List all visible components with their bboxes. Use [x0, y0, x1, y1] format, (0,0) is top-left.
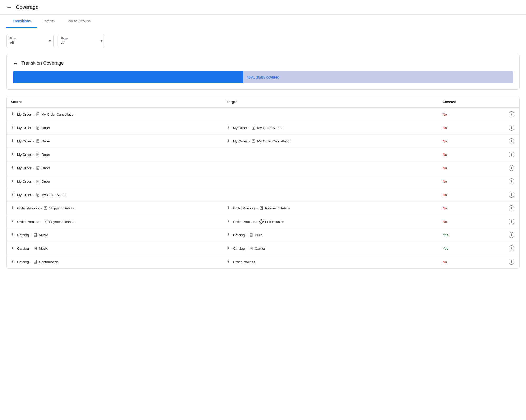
page-icon [33, 246, 37, 250]
action-cell[interactable]: i [504, 108, 519, 121]
table-container: Source Target Covered My Order - My Orde… [6, 96, 520, 269]
action-cell[interactable]: i [504, 242, 519, 255]
info-icon[interactable]: i [509, 111, 514, 117]
column-target: Target [223, 96, 439, 108]
covered-value: No [442, 139, 447, 143]
flow-icon [227, 246, 231, 251]
flow-icon [11, 192, 16, 197]
tab-route-groups[interactable]: Route Groups [61, 15, 97, 28]
page-icon [36, 166, 40, 170]
target-cell [223, 148, 439, 161]
coverage-card: → Transition Coverage 46%, 38/83 covered [6, 54, 520, 90]
info-icon[interactable]: i [509, 232, 514, 238]
action-cell[interactable]: i [504, 215, 519, 228]
info-icon[interactable]: i [509, 165, 514, 171]
flow-name: Order Process [17, 220, 39, 224]
action-cell[interactable]: i [504, 188, 519, 202]
flow-name: Catalog [17, 233, 29, 237]
action-cell[interactable]: i [504, 148, 519, 161]
target-cell: Order Process - Payment Details [223, 202, 439, 215]
back-button[interactable]: ← [6, 4, 12, 10]
target-cell: Order Process - End Session [223, 215, 439, 228]
action-cell[interactable]: i [504, 121, 519, 135]
page-name: Order [42, 139, 50, 143]
svg-line-76 [12, 195, 13, 196]
info-icon[interactable]: i [509, 152, 514, 157]
page-icon [33, 233, 37, 237]
covered-cell: No [438, 175, 504, 188]
flow-icon [227, 259, 231, 264]
back-arrow-icon: ← [6, 4, 12, 10]
end-session-icon [259, 219, 264, 224]
info-icon[interactable]: i [509, 178, 514, 184]
target-cell: Catalog - Carrier [223, 242, 439, 255]
filters: Flow All ▾ Page All ▾ [0, 28, 526, 52]
page-name: Music [39, 233, 48, 237]
action-cell[interactable]: i [504, 135, 519, 148]
svg-line-136 [12, 248, 13, 249]
flow-icon [11, 112, 16, 117]
covered-value: No [442, 112, 447, 116]
info-icon[interactable]: i [509, 245, 514, 251]
svg-line-103 [12, 222, 13, 222]
page-name: Carrier [255, 247, 265, 250]
action-cell[interactable]: i [504, 161, 519, 175]
table-row: My Order - Order No i [7, 148, 519, 161]
svg-line-67 [12, 181, 13, 182]
svg-line-49 [12, 155, 13, 155]
info-icon[interactable]: i [509, 125, 514, 131]
tab-transitions[interactable]: Transitions [6, 15, 37, 28]
page-icon [36, 126, 40, 130]
table-row: Order Process - Shipping Details Order P… [7, 202, 519, 215]
source-cell: Order Process - Payment Details [7, 215, 223, 228]
svg-line-127 [228, 235, 229, 236]
table-row: My Order - Order No i [7, 175, 519, 188]
svg-point-113 [260, 220, 263, 223]
action-cell[interactable]: i [504, 202, 519, 215]
svg-line-4 [12, 114, 13, 115]
info-icon[interactable]: i [509, 219, 514, 224]
target-cell: Catalog - Price [223, 228, 439, 242]
covered-cell: No [438, 135, 504, 148]
page-name: Order [42, 166, 50, 170]
flow-filter-label: Flow [9, 37, 16, 40]
tab-intents[interactable]: Intents [37, 15, 61, 28]
coverage-card-title: → Transition Coverage [13, 60, 513, 66]
flow-name: My Order [233, 139, 247, 143]
progress-bar-container: 46%, 38/83 covered [13, 71, 513, 83]
page-title: Coverage [16, 4, 39, 10]
flow-icon [11, 179, 16, 184]
action-cell[interactable]: i [504, 255, 519, 269]
target-cell [223, 175, 439, 188]
page-icon [259, 206, 264, 210]
info-icon[interactable]: i [509, 205, 514, 211]
header: ← Coverage [0, 0, 526, 15]
page-icon [249, 246, 253, 250]
table-row: Order Process - Payment Details Order Pr… [7, 215, 519, 228]
page-icon [36, 112, 40, 116]
info-icon[interactable]: i [509, 259, 514, 265]
info-icon[interactable]: i [509, 138, 514, 144]
flow-icon [11, 166, 16, 170]
action-cell[interactable]: i [504, 228, 519, 242]
source-cell: My Order - My Order Cancellation [7, 108, 223, 121]
table-header-row: Source Target Covered [7, 96, 519, 108]
page-name: Confirmation [39, 260, 58, 264]
page-name: Payment Details [265, 206, 290, 210]
flow-icon [227, 125, 231, 130]
covered-cell: No [438, 202, 504, 215]
page-icon [251, 126, 256, 130]
flow-icon [11, 139, 16, 144]
page-icon [251, 139, 256, 143]
info-icon[interactable]: i [509, 192, 514, 198]
table-row: My Order - My Order Status No i [7, 188, 519, 202]
svg-line-58 [12, 168, 13, 169]
flow-name: My Order [17, 139, 31, 143]
covered-cell: No [438, 148, 504, 161]
action-cell[interactable]: i [504, 175, 519, 188]
source-cell: My Order - My Order Status [7, 188, 223, 202]
flow-icon [227, 139, 231, 144]
flow-name: Order Process [233, 260, 255, 264]
table-row: My Order - My Order Cancellation No i [7, 108, 519, 121]
page-name: My Order Cancellation [257, 139, 291, 143]
